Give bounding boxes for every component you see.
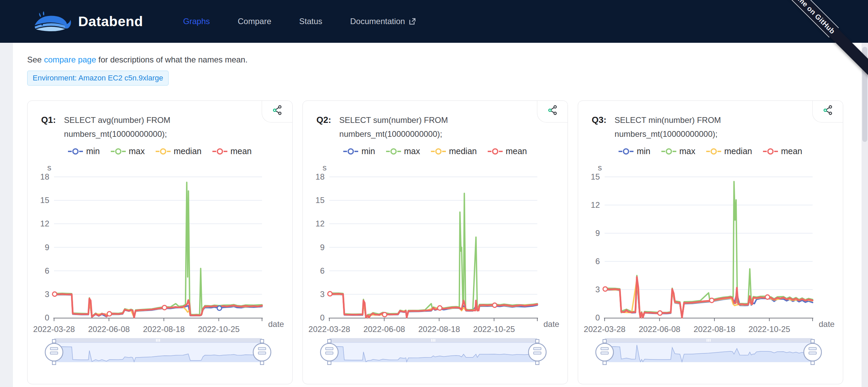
svg-text:12: 12 — [40, 219, 49, 228]
brand-name: Databend — [78, 14, 143, 30]
svg-text:0: 0 — [45, 313, 49, 322]
navbar: Databend GraphsCompareStatusDocumentatio… — [0, 0, 868, 43]
svg-text:18: 18 — [315, 172, 325, 181]
legend-marker-icon — [343, 148, 358, 155]
line-chart[interactable]: 0369121518s2022-03-282022-06-082022-08-1… — [30, 159, 290, 368]
legend-item-mean[interactable]: mean — [212, 146, 252, 156]
y-axis: 03691215s — [591, 163, 602, 322]
svg-text:2022-06-08: 2022-06-08 — [88, 325, 130, 334]
charts-row: Q1: SELECT avg(number) FROMnumbers_mt(10… — [27, 100, 868, 384]
chart-legend: minmaxmedianmean — [303, 146, 568, 156]
legend-marker-icon — [661, 148, 676, 155]
legend-item-median[interactable]: median — [156, 146, 202, 156]
legend-label: mean — [230, 146, 252, 156]
nav-item-status[interactable]: Status — [299, 17, 322, 26]
legend-label: min — [86, 146, 100, 156]
external-link-icon — [409, 18, 416, 25]
nav-item-graphs[interactable]: Graphs — [183, 17, 210, 26]
y-axis: 0369121518s — [40, 163, 51, 322]
legend-item-min[interactable]: min — [343, 146, 375, 156]
legend-marker-icon — [386, 148, 401, 155]
legend-item-min[interactable]: min — [619, 146, 650, 156]
svg-text:6: 6 — [595, 257, 600, 266]
legend-item-median[interactable]: median — [431, 146, 477, 156]
share-icon — [822, 105, 833, 115]
svg-text:12: 12 — [315, 219, 325, 228]
svg-text:3: 3 — [595, 285, 600, 294]
y-axis-name: s — [323, 163, 327, 172]
gridlines — [54, 177, 262, 294]
query-chart-card: Q1: SELECT avg(number) FROMnumbers_mt(10… — [27, 100, 293, 384]
query-label: Q2: — [316, 113, 331, 141]
legend-item-max[interactable]: max — [111, 146, 145, 156]
x-axis: 2022-03-282022-06-082022-08-182022-10-25… — [309, 318, 559, 334]
markers-min — [217, 306, 222, 310]
x-axis-name: date — [543, 319, 559, 329]
nav-item-label: Status — [299, 17, 322, 26]
nav-item-compare[interactable]: Compare — [238, 17, 272, 26]
svg-text:2022-03-28: 2022-03-28 — [33, 325, 75, 334]
query-text: SELECT sum(number) FROMnumbers_mt(100000… — [339, 113, 448, 141]
nav-links: GraphsCompareStatusDocumentation — [183, 17, 416, 26]
legend-label: max — [679, 146, 695, 156]
legend-item-max[interactable]: max — [386, 146, 420, 156]
x-axis-name: date — [268, 319, 284, 329]
svg-text:2022-08-18: 2022-08-18 — [694, 325, 735, 334]
legend-label: max — [404, 146, 420, 156]
y-axis-name: s — [598, 163, 602, 172]
x-axis: 2022-03-282022-06-082022-08-182022-10-25… — [584, 318, 835, 334]
intro-suffix: for descriptions of what the names mean. — [96, 55, 248, 64]
databend-logo-icon — [33, 11, 73, 32]
series-max — [54, 182, 262, 317]
query-text: SELECT avg(number) FROMnumbers_mt(100000… — [64, 113, 170, 141]
query-label: Q3: — [592, 113, 606, 141]
legend-label: median — [724, 146, 752, 156]
svg-text:3: 3 — [320, 290, 325, 299]
svg-text:9: 9 — [45, 243, 49, 252]
legend-label: min — [361, 146, 375, 156]
svg-text:6: 6 — [320, 266, 325, 275]
chart-legend: minmaxmedianmean — [28, 146, 292, 156]
svg-text:15: 15 — [591, 172, 600, 181]
svg-text:2022-10-25: 2022-10-25 — [473, 325, 515, 334]
legend-item-min[interactable]: min — [68, 146, 100, 156]
svg-text:9: 9 — [320, 243, 325, 252]
svg-text:2022-06-08: 2022-06-08 — [363, 325, 405, 334]
svg-text:9: 9 — [595, 228, 600, 238]
share-button[interactable] — [812, 101, 843, 123]
line-chart[interactable]: 03691215s2022-03-282022-06-082022-08-182… — [581, 159, 841, 368]
legend-marker-icon — [68, 148, 83, 155]
series-max — [329, 193, 537, 317]
legend-label: mean — [506, 146, 527, 156]
legend-item-max[interactable]: max — [661, 146, 695, 156]
share-button[interactable] — [537, 101, 568, 123]
svg-text:2022-08-18: 2022-08-18 — [418, 325, 460, 334]
compare-page-link[interactable]: compare page — [44, 55, 96, 64]
y-axis-name: s — [47, 163, 51, 172]
line-chart[interactable]: 0369121518s2022-03-282022-06-082022-08-1… — [306, 159, 566, 368]
share-icon — [547, 105, 558, 115]
legend-item-mean[interactable]: mean — [488, 146, 527, 156]
svg-text:0: 0 — [320, 313, 325, 322]
svg-text:2022-10-25: 2022-10-25 — [748, 325, 790, 334]
gridlines — [605, 177, 813, 290]
legend-marker-icon — [706, 148, 721, 155]
legend-item-median[interactable]: median — [706, 146, 752, 156]
legend-marker-icon — [619, 148, 633, 155]
nav-item-documentation[interactable]: Documentation — [350, 17, 416, 26]
intro-text: See compare page for descriptions of wha… — [27, 55, 868, 64]
svg-text:18: 18 — [40, 172, 49, 181]
svg-text:2022-10-25: 2022-10-25 — [198, 325, 240, 334]
svg-text:3: 3 — [45, 290, 49, 299]
series-mean — [329, 294, 537, 317]
brand[interactable]: Databend — [33, 11, 143, 32]
legend-item-mean[interactable]: mean — [763, 146, 802, 156]
share-button[interactable] — [262, 101, 292, 123]
svg-text:6: 6 — [45, 266, 49, 275]
nav-item-label: Compare — [238, 17, 272, 26]
x-axis-name: date — [819, 319, 835, 329]
svg-text:0: 0 — [595, 313, 600, 322]
query-chart-card: Q3: SELECT min(number) FROMnumbers_mt(10… — [578, 100, 843, 384]
svg-text:2022-03-28: 2022-03-28 — [309, 325, 350, 334]
intro-prefix: See — [27, 55, 44, 64]
